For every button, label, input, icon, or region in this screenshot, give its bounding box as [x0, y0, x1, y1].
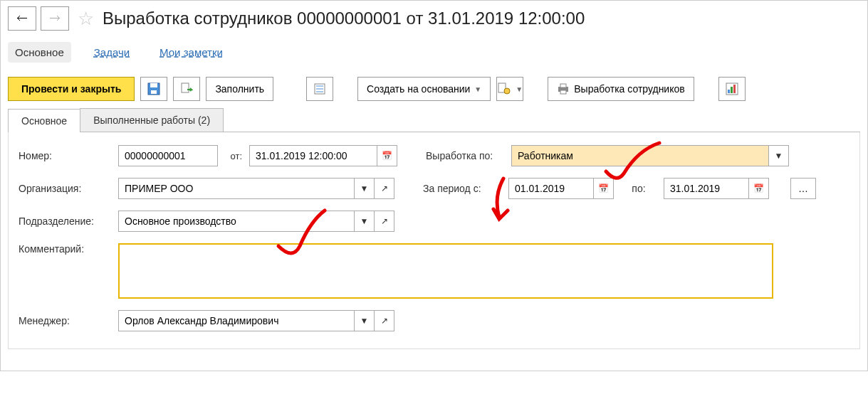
tab-works[interactable]: Выполненные работы (2): [80, 108, 224, 132]
svg-rect-2: [151, 90, 157, 94]
comment-textarea[interactable]: [118, 243, 773, 299]
date-prefix-label: от:: [225, 151, 242, 161]
svg-rect-1: [150, 83, 157, 87]
svg-rect-3: [182, 83, 189, 92]
favorite-star-icon[interactable]: ☆: [78, 8, 94, 30]
arrow-left-icon: 🡐: [16, 12, 28, 25]
form-panel: Номер: от: 📅 Выработка по: ▼ Организация…: [8, 132, 860, 349]
open-icon[interactable]: ↗: [375, 211, 394, 232]
save-button[interactable]: [140, 77, 167, 101]
svg-rect-11: [560, 84, 566, 87]
chevron-down-icon[interactable]: ▼: [355, 178, 375, 199]
related-button[interactable]: ▼: [496, 77, 523, 101]
section-tasks[interactable]: Задачи: [87, 42, 137, 63]
section-notes[interactable]: Мои заметки: [152, 42, 230, 63]
period-from-input[interactable]: [508, 178, 594, 199]
by-label: Выработка по:: [426, 150, 504, 161]
period-select-button[interactable]: …: [790, 178, 816, 199]
chevron-down-icon[interactable]: ▼: [355, 211, 375, 232]
dept-input[interactable]: [118, 211, 355, 232]
list-icon: [313, 82, 326, 95]
document-arrow-icon: [180, 82, 193, 95]
svg-rect-16: [733, 85, 736, 93]
chevron-down-icon[interactable]: ▼: [769, 145, 789, 166]
reports-button[interactable]: [718, 77, 746, 101]
tab-main[interactable]: Основное: [8, 109, 80, 132]
post-and-close-button[interactable]: Провести и закрыть: [8, 77, 135, 101]
date-input[interactable]: [249, 145, 377, 166]
create-based-button[interactable]: Создать на основании ▼: [357, 77, 491, 101]
section-main[interactable]: Основное: [8, 42, 71, 63]
calendar-icon[interactable]: 📅: [749, 178, 769, 199]
number-input[interactable]: [118, 145, 218, 166]
manager-label: Менеджер:: [19, 315, 111, 326]
period-to-input[interactable]: [664, 178, 749, 199]
structure-button[interactable]: [306, 77, 333, 101]
manager-input[interactable]: [118, 310, 355, 331]
chevron-down-icon: ▼: [516, 85, 523, 93]
org-input[interactable]: [118, 178, 355, 199]
calendar-icon[interactable]: 📅: [594, 178, 614, 199]
back-button[interactable]: 🡐: [8, 6, 36, 31]
chevron-down-icon: ▼: [474, 85, 481, 93]
form-tabs: Основное Выполненные работы (2): [8, 108, 860, 132]
printer-icon: [557, 83, 570, 95]
comment-label: Комментарий:: [19, 243, 111, 255]
print-report-button[interactable]: Выработка сотрудников: [548, 77, 694, 101]
forward-button[interactable]: 🡒: [41, 6, 69, 31]
by-select[interactable]: [511, 145, 769, 166]
svg-rect-15: [731, 87, 733, 93]
chart-icon: [726, 82, 738, 95]
org-label: Организация:: [19, 183, 111, 194]
document-gear-icon: [497, 82, 511, 95]
open-icon[interactable]: ↗: [375, 310, 394, 331]
open-icon[interactable]: ↗: [375, 178, 394, 199]
svg-rect-12: [560, 90, 566, 94]
fill-button[interactable]: Заполнить: [206, 77, 273, 101]
svg-rect-14: [728, 90, 730, 93]
post-button[interactable]: [173, 77, 200, 101]
toolbar: Провести и закрыть Заполнить Создать на …: [8, 77, 860, 101]
svg-point-9: [504, 88, 510, 94]
arrow-right-icon: 🡒: [49, 12, 61, 25]
number-label: Номер:: [19, 150, 111, 161]
save-icon: [147, 82, 160, 95]
calendar-icon[interactable]: 📅: [377, 145, 397, 166]
period-from-label: За период с:: [423, 183, 501, 194]
dept-label: Подразделение:: [19, 215, 111, 227]
chevron-down-icon[interactable]: ▼: [355, 310, 375, 331]
section-nav: Основное Задачи Мои заметки: [8, 42, 860, 63]
period-to-label: по:: [621, 183, 657, 194]
page-title: Выработка сотрудников 00000000001 от 31.…: [103, 9, 585, 28]
